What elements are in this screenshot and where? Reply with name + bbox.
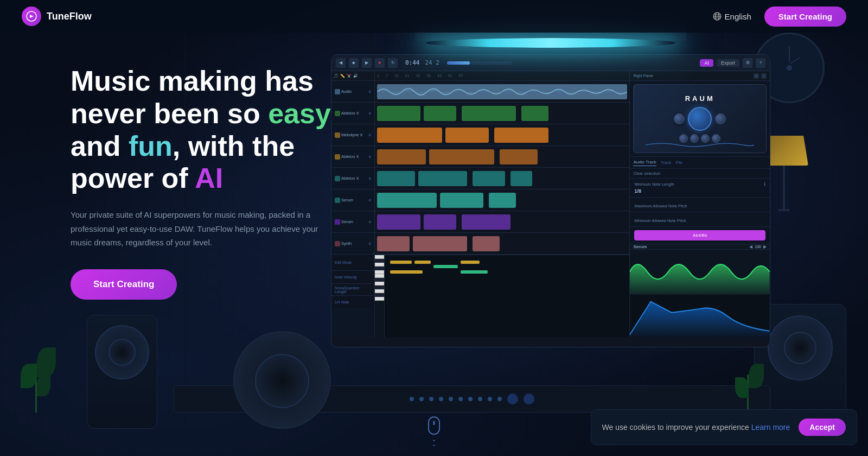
- hero-easy-word: easy: [268, 98, 331, 129]
- serum-header: Serum ◀ 100 ▶: [630, 244, 770, 250]
- track-row-ableton1: [375, 103, 629, 124]
- hero-fun-word: fun: [129, 130, 173, 162]
- track-label-synth: Synth ⚙: [331, 233, 374, 255]
- deco-subwoofer: [233, 331, 331, 429]
- edit-mode-row: Edit Mode: [331, 255, 374, 271]
- track-label-audio: Audio ⚙: [331, 81, 374, 103]
- right-panel-header: Right Panel ≡ □: [630, 71, 770, 81]
- track-label-ableton2: Ableton X ⚙: [331, 146, 374, 168]
- deco-speaker-left: [87, 315, 157, 429]
- neon-bar: [426, 38, 675, 48]
- right-tabs: Audio Track Track File: [630, 157, 770, 169]
- language-button[interactable]: English: [713, 12, 751, 21]
- daw-settings-btn[interactable]: ⚙: [743, 58, 752, 68]
- track-label-serum1: Serum ⚙: [331, 189, 374, 211]
- logo-area[interactable]: TuneFlow: [22, 7, 92, 26]
- daw-timeline: 1 7 15 21 29 35 43 51 57: [375, 71, 629, 81]
- hero-title-line4: power of AI: [71, 162, 223, 194]
- daw-progress-bar: [447, 61, 512, 65]
- note-velocity-row: Note Velocity: [331, 271, 374, 284]
- piano-roll-area: [375, 255, 629, 337]
- track-label-serum2: Serum ⚙: [331, 211, 374, 233]
- min-note-length-value: 1/8: [634, 188, 765, 194]
- track-row-serum1: [375, 189, 629, 211]
- daw-help-btn[interactable]: ?: [756, 58, 765, 68]
- right-panel-title: Right Panel: [633, 74, 653, 78]
- min-pitch-label: Minimum Allowed Note Pitch: [634, 218, 686, 223]
- hero-title: Music making has never been so easy and …: [71, 65, 353, 195]
- track-row-ableton3: [375, 168, 629, 189]
- daw-track-list: 🎵 ✏️ ✂️ 🔊 Audio ⚙ Ableton X ⚙: [331, 71, 375, 337]
- daw-sig-display: 24 2: [425, 59, 440, 66]
- daw-toolbar: ◀ ■ ▶ ● ↻ 0:44 24 2 AI Export ⚙ ?: [331, 55, 770, 71]
- daw-time-display: 0:44: [405, 59, 420, 66]
- min-note-length-icon: ℹ: [764, 182, 765, 187]
- daw-content-rows: [375, 81, 629, 337]
- raum-title: RAUM: [685, 94, 715, 103]
- daw-btn-back[interactable]: ◀: [336, 58, 346, 68]
- deco-plant-right: [747, 375, 749, 413]
- cookie-text: We use cookies to improve your experienc…: [602, 423, 790, 432]
- purple-bar-btn[interactable]: Ab4/Bb: [634, 230, 765, 240]
- daw-main-area: 🎵 ✏️ ✂️ 🔊 Audio ⚙ Ableton X ⚙: [331, 71, 770, 337]
- clear-selection-label[interactable]: Clear selection: [633, 171, 660, 176]
- panel-icon-1[interactable]: ≡: [754, 73, 759, 79]
- hero-title-line1: Music making has: [71, 65, 314, 97]
- serum-title-label: Serum: [633, 244, 647, 249]
- daw-btn-stop[interactable]: ■: [349, 58, 359, 68]
- min-pitch-section: Minimum Allowed Note Pitch: [630, 212, 770, 227]
- hero-ai-word: AI: [195, 162, 223, 194]
- globe-icon: [713, 12, 722, 21]
- hero-title-line2: never been so easy: [71, 98, 331, 129]
- daw-toolbar-right: AI Export ⚙ ?: [700, 58, 765, 68]
- track-label-ableton3: Ableton X ⚙: [331, 168, 374, 189]
- hero-description: Your private suite of AI superpowers for…: [71, 208, 320, 250]
- daw-ai-btn[interactable]: AI: [700, 59, 713, 67]
- cookie-learn-more-link[interactable]: Learn more: [751, 423, 790, 432]
- daw-btn-loop[interactable]: ↻: [388, 58, 398, 68]
- track-label-ableton1: Ableton X ⚙: [331, 103, 374, 124]
- daw-export-btn[interactable]: Export: [717, 59, 739, 67]
- min-note-length-label: Minimum Note Length: [634, 182, 674, 187]
- serum-env-display: [630, 294, 770, 337]
- purple-bar-section: Ab4/Bb: [630, 227, 770, 244]
- raum-plugin-container: RAUM: [630, 81, 770, 157]
- serum-wavetable-area: [630, 250, 770, 337]
- cookie-accept-button[interactable]: Accept: [799, 419, 846, 436]
- start-creating-nav-button[interactable]: Start Creating: [764, 7, 846, 27]
- track-row-synth: [375, 233, 629, 255]
- daw-container: ◀ ■ ▶ ● ↻ 0:44 24 2 AI Export ⚙ ?: [331, 54, 770, 347]
- language-label: English: [725, 12, 751, 21]
- max-pitch-label: Maximum Allowed Note Pitch: [634, 204, 687, 208]
- track-row-serum2: [375, 211, 629, 233]
- daw-btn-play[interactable]: ▶: [362, 58, 372, 68]
- daw-center: 1 7 15 21 29 35 43 51 57: [375, 71, 629, 337]
- serum-osc-display: [630, 250, 770, 294]
- tab-track[interactable]: Track: [661, 160, 672, 165]
- daw-screen: ◀ ■ ▶ ● ↻ 0:44 24 2 AI Export ⚙ ?: [331, 54, 770, 347]
- logo-icon: [22, 7, 41, 26]
- max-pitch-section: Maximum Allowed Note Pitch: [630, 198, 770, 212]
- hero-content: Music making has never been so easy and …: [71, 65, 353, 300]
- daw-tools-row: 🎵 ✏️ ✂️ 🔊: [331, 71, 374, 81]
- logo-svg: [26, 11, 37, 22]
- start-creating-hero-button[interactable]: Start Creating: [71, 269, 177, 300]
- track-row-audio: [375, 81, 629, 103]
- serum-plugin-container: Serum ◀ 100 ▶: [630, 244, 770, 337]
- serum-expand-btn[interactable]: ▶: [763, 244, 767, 249]
- min-note-length-section: Minimum Note Length ℹ 1/8: [630, 179, 770, 198]
- logo-text: TuneFlow: [47, 11, 92, 22]
- track-row-melodyne: [375, 124, 629, 146]
- deco-plant-left: [35, 364, 37, 413]
- quantize-row: SnowQuantize Length: [331, 284, 374, 296]
- daw-btn-record[interactable]: ●: [375, 58, 385, 68]
- daw-right-panel: Right Panel ≡ □ RAUM: [629, 71, 770, 337]
- hero-title-line3: and fun, with the: [71, 130, 295, 162]
- tab-audio[interactable]: Audio Track: [633, 160, 656, 166]
- panel-icon-2[interactable]: □: [761, 73, 767, 79]
- cookie-banner: We use cookies to improve your experienc…: [591, 409, 858, 445]
- tab-file[interactable]: File: [675, 160, 682, 165]
- right-panel-icons: ≡ □: [754, 73, 767, 79]
- nav-right: English Start Creating: [713, 7, 846, 27]
- serum-vol-btn[interactable]: ◀: [749, 244, 752, 249]
